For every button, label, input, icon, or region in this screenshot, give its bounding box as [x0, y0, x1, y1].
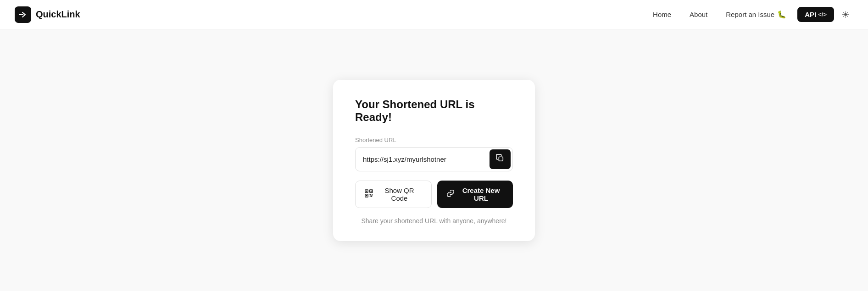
result-card: Your Shortened URL is Ready! Shortened U… [333, 80, 535, 241]
bug-icon: 🐛 [777, 10, 786, 19]
svg-rect-8 [370, 194, 371, 196]
svg-rect-3 [366, 191, 367, 192]
api-label: API [805, 11, 816, 18]
svg-rect-12 [372, 196, 373, 197]
svg-rect-1 [499, 157, 503, 161]
url-input-row [355, 147, 513, 171]
nav-about[interactable]: About [682, 7, 715, 22]
svg-rect-0 [19, 14, 23, 15]
nav-api-button[interactable]: API </> [797, 7, 834, 22]
code-icon: </> [818, 11, 827, 18]
theme-toggle-button[interactable]: ☀ [838, 7, 853, 22]
url-field-label: Shortened URL [355, 137, 513, 143]
svg-rect-10 [370, 196, 371, 197]
main-content: Your Shortened URL is Ready! Shortened U… [0, 29, 868, 291]
share-text: Share your shortened URL with anyone, an… [355, 217, 513, 225]
brand-logo-link[interactable]: QuickLink [15, 6, 80, 23]
brand-logo-icon [15, 6, 31, 23]
copy-icon [496, 154, 504, 165]
create-btn-label: Create New URL [458, 187, 504, 202]
svg-rect-11 [371, 196, 372, 198]
qr-icon [365, 189, 373, 199]
report-label: Report an Issue [726, 11, 774, 18]
svg-rect-7 [366, 195, 367, 197]
svg-rect-5 [371, 191, 372, 192]
create-new-url-button[interactable]: Create New URL [437, 181, 513, 208]
nav-report-issue[interactable]: Report an Issue 🐛 [718, 6, 794, 22]
card-title: Your Shortened URL is Ready! [355, 98, 513, 124]
nav-home[interactable]: Home [645, 7, 679, 22]
link-icon [446, 189, 455, 199]
action-buttons-row: Show QR Code Create New URL [355, 181, 513, 208]
shortened-url-input[interactable] [356, 150, 488, 169]
show-qr-button[interactable]: Show QR Code [355, 181, 432, 208]
nav-links: Home About Report an Issue 🐛 API </> ☀ [645, 6, 853, 22]
svg-rect-9 [372, 194, 373, 195]
copy-button[interactable] [490, 149, 511, 169]
navbar: QuickLink Home About Report an Issue 🐛 A… [0, 0, 868, 29]
qr-btn-label: Show QR Code [377, 187, 422, 202]
brand-name: QuickLink [36, 9, 80, 20]
